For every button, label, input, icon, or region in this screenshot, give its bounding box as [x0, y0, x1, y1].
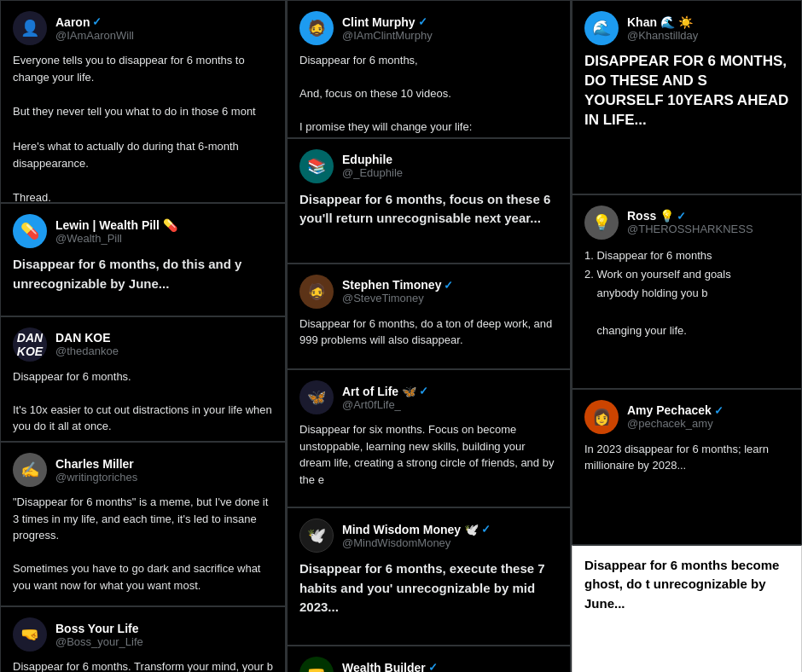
user-info: Lewin | Wealth Pill 💊 @Wealth_Pill	[55, 218, 177, 245]
user-info: Amy Pechacek ✓ @pechacek_amy	[627, 403, 724, 430]
tweet-body: Disappear for 6 months, And, focus on th…	[299, 52, 558, 136]
tweet-body: In 2023 disappear for 6 months; learn mi…	[584, 441, 789, 474]
avatar: 👤	[13, 11, 47, 45]
tweet-header: 👩 Amy Pechacek ✓ @pechacek_amy	[584, 400, 789, 434]
tweet-body: Disappear for 6 months, execute these 7 …	[299, 559, 558, 617]
display-name: Mind Wisdom Money 🕊️ ✓	[342, 523, 491, 536]
user-info: Aaron ✓ @IAmAaronWill	[55, 15, 134, 42]
tweet-wealth-builder[interactable]: 🤜 Wealth Builder ✓ @Autobuilder Disappea…	[287, 646, 571, 672]
tweet-header: ✍️ Charles Miller @writingtoriches	[13, 453, 273, 487]
tweet-body: Disappear for 6 months, do this and yunr…	[13, 255, 273, 293]
display-name: Boss Your Life	[55, 622, 143, 635]
user-info: DAN KOE @thedankoe	[55, 331, 119, 357]
avatar: 🧔	[299, 275, 334, 309]
tweet-mind-wisdom-money[interactable]: 🕊️ Mind Wisdom Money 🕊️ ✓ @MindWisdomMon…	[287, 507, 571, 646]
column-3: 🌊 Khan 🌊 ☀️ @Khanstillday DISAPPEAR FOR …	[572, 0, 802, 672]
tweet-header: 🧔 Stephen Timoney ✓ @SteveTimoney	[299, 275, 558, 309]
avatar: 🤜	[13, 617, 47, 652]
user-info: Wealth Builder ✓ @Autobuilder	[342, 661, 438, 672]
avatar: ✍️	[13, 453, 47, 487]
tweet-body: DISAPPEAR FOR 6 MONTHS, DO THESE AND S Y…	[584, 52, 789, 130]
display-name: Art of Life 🦋 ✓	[342, 385, 428, 398]
display-name: Lewin | Wealth Pill 💊	[55, 218, 177, 232]
tweet-body: Disappear for 6 months. Transform your m…	[13, 658, 273, 672]
tweet-charles-miller[interactable]: ✍️ Charles Miller @writingtoriches "Disa…	[0, 442, 286, 606]
username: @MindWisdomMoney	[342, 536, 491, 549]
tweet-body: Disappear for 6 months, do a ton of deep…	[299, 316, 558, 349]
tweet-ghost-white[interactable]: Disappear for 6 months become ghost, do …	[572, 545, 802, 672]
username: @Khanstillday	[627, 29, 698, 42]
username: @Art0fLife_	[342, 398, 428, 411]
avatar: DANKOE	[13, 327, 47, 362]
tweet-clint-murphy[interactable]: 🧔 Clint Murphy ✓ @IAmClintMurphy Disappe…	[287, 0, 571, 138]
user-info: Ross 💡 ✓ @THEROSSHARKNESS	[627, 209, 753, 235]
tweet-body: Disappear for 6 months. It's 10x easier …	[13, 368, 273, 435]
tweet-boss-your-life[interactable]: 🤜 Boss Your Life @Boss_your_Life Disappe…	[0, 606, 286, 672]
username: @IAmAaronWill	[55, 29, 134, 42]
display-name: DAN KOE	[55, 331, 119, 345]
user-info: Charles Miller @writingtoriches	[55, 457, 137, 484]
user-info: Clint Murphy ✓ @IAmClintMurphy	[342, 15, 433, 42]
tweet-body: Everyone tells you to disappear for 6 mo…	[13, 52, 273, 203]
column-1: 👤 Aaron ✓ @IAmAaronWill Everyone tells y…	[0, 0, 286, 672]
display-name: Wealth Builder ✓	[342, 661, 438, 672]
tweet-body: "Disappear for 6 months" is a meme, but …	[13, 494, 273, 594]
user-info: Stephen Timoney ✓ @SteveTimoney	[342, 278, 453, 304]
user-info: Boss Your Life @Boss_your_Life	[55, 622, 143, 648]
tweet-header: 🧔 Clint Murphy ✓ @IAmClintMurphy	[299, 11, 558, 45]
tweet-eduphile[interactable]: 📚 Eduphile @_Eduphile Disappear for 6 mo…	[287, 138, 571, 264]
avatar: 💊	[13, 214, 47, 248]
username: @_Eduphile	[342, 166, 403, 179]
username: @thedankoe	[55, 345, 119, 357]
verified-badge: ✓	[428, 661, 438, 672]
tweet-header: DANKOE DAN KOE @thedankoe	[13, 327, 273, 362]
user-info: Art of Life 🦋 ✓ @Art0fLife_	[342, 385, 428, 411]
display-name: Charles Miller	[55, 457, 137, 471]
verified-badge: ✓	[714, 404, 724, 417]
tweet-art-of-life[interactable]: 🦋 Art of Life 🦋 ✓ @Art0fLife_ Disappear …	[287, 369, 571, 507]
tweet-aaron[interactable]: 👤 Aaron ✓ @IAmAaronWill Everyone tells y…	[0, 0, 286, 203]
column-2: 🧔 Clint Murphy ✓ @IAmClintMurphy Disappe…	[286, 0, 572, 672]
verified-badge: ✓	[418, 15, 427, 28]
tweet-header: 🦋 Art of Life 🦋 ✓ @Art0fLife_	[299, 380, 558, 414]
avatar: 💡	[584, 206, 619, 240]
username: @IAmClintMurphy	[342, 29, 433, 42]
verified-badge: ✓	[481, 523, 491, 536]
display-name: Clint Murphy ✓	[342, 15, 433, 29]
user-info: Khan 🌊 ☀️ @Khanstillday	[627, 15, 698, 42]
display-name: Stephen Timoney ✓	[342, 278, 453, 292]
tweet-grid: 👤 Aaron ✓ @IAmAaronWill Everyone tells y…	[0, 0, 802, 672]
verified-badge: ✓	[677, 210, 686, 223]
tweet-header: 🕊️ Mind Wisdom Money 🕊️ ✓ @MindWisdomMon…	[299, 518, 558, 553]
username: @writingtoriches	[55, 471, 137, 484]
display-name: Khan 🌊 ☀️	[627, 15, 698, 29]
tweet-dan-koe[interactable]: DANKOE DAN KOE @thedankoe Disappear for …	[0, 316, 286, 442]
display-name: Amy Pechacek ✓	[627, 403, 724, 417]
verified-badge: ✓	[92, 15, 102, 28]
avatar: 📚	[299, 149, 334, 183]
user-info: Mind Wisdom Money 🕊️ ✓ @MindWisdomMoney	[342, 523, 491, 549]
display-name: Ross 💡 ✓	[627, 209, 753, 223]
tweet-khan[interactable]: 🌊 Khan 🌊 ☀️ @Khanstillday DISAPPEAR FOR …	[572, 0, 802, 194]
tweet-header: 💊 Lewin | Wealth Pill 💊 @Wealth_Pill	[13, 214, 273, 248]
display-name: Aaron ✓	[55, 15, 134, 29]
tweet-header: 🤜 Boss Your Life @Boss_your_Life	[13, 617, 273, 652]
tweet-body: 1. Disappear for 6 months 2. Work on you…	[584, 246, 789, 340]
tweet-header: 🤜 Wealth Builder ✓ @Autobuilder	[299, 657, 558, 672]
avatar: 🦋	[299, 380, 334, 414]
username: @pechacek_amy	[627, 417, 724, 430]
avatar: 🌊	[584, 11, 619, 45]
tweet-body: Disappear for 6 months, focus on these 6…	[299, 190, 558, 229]
tweet-stephen-timoney[interactable]: 🧔 Stephen Timoney ✓ @SteveTimoney Disapp…	[287, 264, 571, 369]
display-name: Eduphile	[342, 153, 403, 166]
username: @SteveTimoney	[342, 292, 453, 304]
tweet-amy-pechacek[interactable]: 👩 Amy Pechacek ✓ @pechacek_amy In 2023 d…	[572, 389, 802, 545]
user-info: Eduphile @_Eduphile	[342, 153, 403, 179]
tweet-header: 💡 Ross 💡 ✓ @THEROSSHARKNESS	[584, 206, 789, 240]
avatar: 🧔	[299, 11, 334, 45]
avatar: 🕊️	[299, 518, 334, 553]
tweet-header: 👤 Aaron ✓ @IAmAaronWill	[13, 11, 273, 45]
tweet-lewin[interactable]: 💊 Lewin | Wealth Pill 💊 @Wealth_Pill Dis…	[0, 203, 286, 316]
tweet-ross[interactable]: 💡 Ross 💡 ✓ @THEROSSHARKNESS 1. Disappear…	[572, 194, 802, 389]
tweet-body: Disappear for six months. Focus on becom…	[299, 421, 558, 488]
